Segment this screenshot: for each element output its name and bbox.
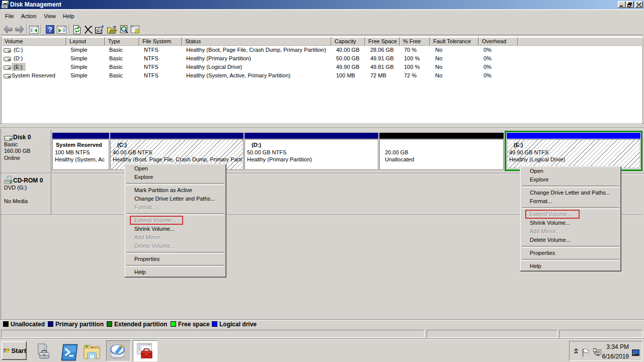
svg-text:?: ? bbox=[48, 26, 52, 34]
